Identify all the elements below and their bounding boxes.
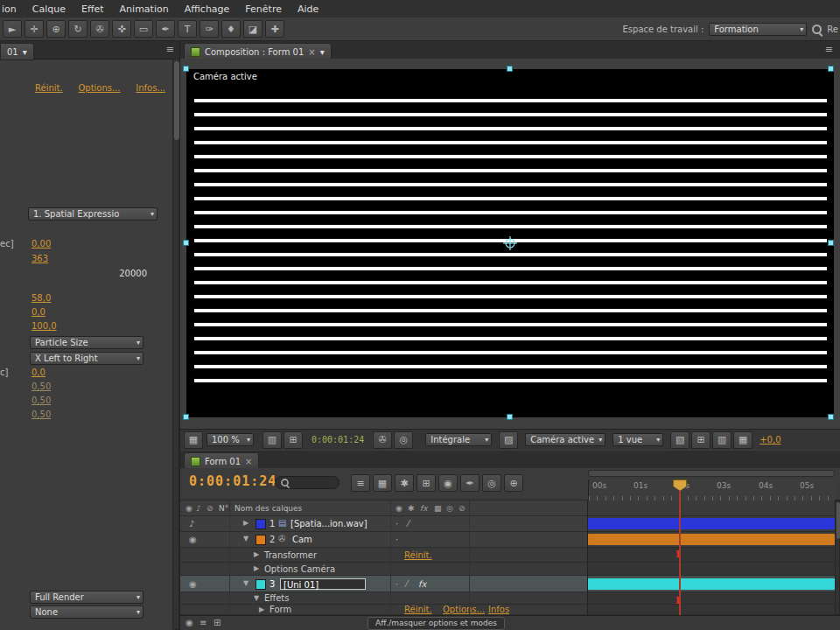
collapse-icon[interactable]: ▼: [243, 580, 248, 587]
track-lane-3a[interactable]: [588, 592, 835, 605]
expand-icon[interactable]: ▶: [243, 520, 248, 527]
pixel-aspect-button[interactable]: ▧: [670, 431, 690, 449]
param-value-3[interactable]: 58,0: [32, 293, 51, 303]
video-switch-icon[interactable]: ◉: [396, 504, 402, 513]
layer-row-1[interactable]: ♪ ▶ 1 ▤ [Spatia...ion.wav] · ⁄: [180, 516, 588, 532]
spatial-expression-select[interactable]: 1. Spatial Expressio ▾: [28, 207, 158, 220]
puppet-tool[interactable]: ✚: [265, 20, 284, 38]
camera-tool[interactable]: ✇: [90, 20, 109, 38]
layer1-color-swatch[interactable]: [256, 519, 266, 529]
layer3-effects-row[interactable]: ▼ Effets: [180, 592, 588, 605]
menu-item-fenetre[interactable]: Fenêtre: [237, 4, 290, 15]
brush-tool[interactable]: ✑: [200, 20, 219, 38]
form-options-link[interactable]: Options...: [443, 605, 485, 614]
comp-tab[interactable]: Composition : Form 01 × ▾: [184, 43, 332, 60]
param-value-1[interactable]: 0,00: [32, 239, 51, 248]
selection-handle-bottom-left[interactable]: [183, 414, 189, 420]
transform-reset-link[interactable]: Réinit.: [404, 550, 432, 560]
selection-handle-mid-left[interactable]: [183, 240, 189, 246]
effects-panel-scrollbar[interactable]: [172, 59, 179, 630]
workspace-select[interactable]: Formation ▾: [709, 23, 807, 36]
param-value-4[interactable]: 0,0: [32, 307, 46, 317]
param-value-2[interactable]: 363: [32, 254, 48, 263]
expand-panes-icon[interactable]: ◉: [186, 619, 193, 627]
param-value-6[interactable]: 0,0: [32, 368, 46, 377]
menu-item-animation[interactable]: Animation: [112, 4, 177, 15]
exposure-value[interactable]: +0,0: [760, 435, 780, 444]
param-value-8[interactable]: 0,50: [32, 396, 51, 405]
menu-item-calque[interactable]: Calque: [24, 4, 74, 15]
audio-icon[interactable]: ♪: [196, 504, 201, 513]
param-value-9[interactable]: 0,50: [32, 410, 51, 419]
comp-timecode[interactable]: 0:00:01:24: [312, 435, 364, 444]
panel-menu-icon[interactable]: ≡: [166, 45, 174, 54]
layer3-quality-icon[interactable]: ⁄: [406, 580, 408, 589]
resolution-select[interactable]: Intégrale ▾: [425, 433, 492, 446]
mask-visibility-button[interactable]: ⊞: [284, 431, 303, 449]
timeline-vertical-scrollbar[interactable]: [835, 500, 840, 615]
layer3-color-swatch[interactable]: [256, 579, 266, 590]
frame-blend-switch-icon[interactable]: ▦: [434, 504, 442, 513]
column-number-header[interactable]: N°: [219, 504, 228, 513]
close-icon[interactable]: ×: [245, 457, 252, 466]
effect-options-link[interactable]: Options...: [78, 83, 120, 93]
layer3-fx-icon[interactable]: fx: [418, 580, 426, 589]
rotation-tool[interactable]: ↻: [68, 20, 88, 38]
scrollbar-thumb[interactable]: [836, 502, 840, 539]
toggle-switches-modes-button[interactable]: Aff./masquer options et modes: [368, 617, 505, 630]
expand-icon[interactable]: ▶: [259, 606, 264, 613]
layer-row-3-selected[interactable]: ◉ ▼ 3 [Uni 01] · ⁄ fx: [180, 576, 588, 592]
toggle-pane-icon[interactable]: ⊞: [214, 619, 220, 627]
toolbar-search-input[interactable]: Re: [827, 24, 838, 34]
safe-zones-button[interactable]: ▥: [262, 431, 282, 449]
selection-handle-top-center[interactable]: [507, 66, 513, 72]
anchor-point-icon[interactable]: [503, 236, 517, 250]
track-lane-3b[interactable]: [588, 605, 835, 615]
none-select[interactable]: None ▾: [30, 606, 144, 619]
layer-row-2[interactable]: ◉ ▼ 2 ✇ Cam ·: [180, 532, 588, 548]
pen-tool[interactable]: ✒: [156, 20, 175, 38]
effect-infos-link[interactable]: Infos...: [136, 83, 165, 93]
direction-select[interactable]: X Left to Right ▾: [30, 352, 144, 365]
timeline-search-input[interactable]: [275, 476, 340, 489]
quality-switch-icon[interactable]: ✱: [408, 504, 415, 513]
selection-handle-mid-right[interactable]: [828, 240, 834, 246]
scrollbar-thumb[interactable]: [174, 61, 179, 140]
audio-on-icon[interactable]: ♪: [189, 520, 194, 528]
mask-shape-tool[interactable]: ▭: [134, 20, 153, 38]
track-lane-2b[interactable]: [588, 563, 835, 576]
param-value-7[interactable]: 0,50: [32, 382, 51, 391]
param-value-5[interactable]: 100,0: [32, 321, 57, 331]
effects-panel-tab[interactable]: 01 ▾: [0, 43, 34, 60]
menu-item-aide[interactable]: Aide: [290, 4, 326, 15]
effect-reset-link[interactable]: Réinit.: [35, 83, 63, 93]
layer3-form-row[interactable]: ▶ Form Réinit. Options... Infos: [180, 605, 588, 615]
lock-icon[interactable]: ⊘: [206, 504, 214, 513]
comp-mini-flowchart-button[interactable]: ≡: [351, 474, 370, 492]
layer2-camera-options-row[interactable]: ▶ Options Caméra: [180, 563, 588, 576]
layer2-transform-row[interactable]: ▶ Transformer Réinit.: [180, 548, 588, 563]
timeline-tab[interactable]: Form 01 ×: [184, 452, 259, 470]
particle-size-select[interactable]: Particle Size ▾: [30, 336, 144, 349]
text-tool[interactable]: T: [178, 20, 197, 38]
timeline-button[interactable]: ▥: [712, 431, 732, 449]
menu-item-affichage[interactable]: Affichage: [177, 4, 238, 15]
eye-icon[interactable]: ◉: [186, 504, 192, 513]
flowchart-button[interactable]: ▦: [733, 431, 752, 449]
layer3-name-edit-field[interactable]: [Uni 01]: [280, 578, 366, 590]
menu-item-composition[interactable]: ion: [0, 4, 24, 15]
layer2-switch-dot[interactable]: ·: [396, 536, 398, 544]
panel-menu-icon[interactable]: ≡: [200, 619, 206, 627]
selection-handle-bottom-right[interactable]: [828, 414, 834, 420]
snapshot-button[interactable]: ✇: [373, 431, 392, 449]
eraser-tool[interactable]: ◪: [243, 20, 262, 38]
3d-switch-icon[interactable]: ⊘: [458, 504, 466, 513]
track-lane-2a[interactable]: [588, 548, 835, 563]
eye-icon[interactable]: ◉: [189, 536, 197, 544]
layer1-switch-dot[interactable]: ·: [396, 520, 398, 528]
brainstorm-button[interactable]: ✒: [460, 474, 480, 492]
current-timecode[interactable]: 0:00:01:24: [189, 473, 276, 489]
menu-item-effet[interactable]: Effet: [74, 4, 112, 15]
zoom-select[interactable]: 100 % ▾: [206, 433, 254, 446]
selection-handle-top-left[interactable]: [183, 66, 189, 72]
